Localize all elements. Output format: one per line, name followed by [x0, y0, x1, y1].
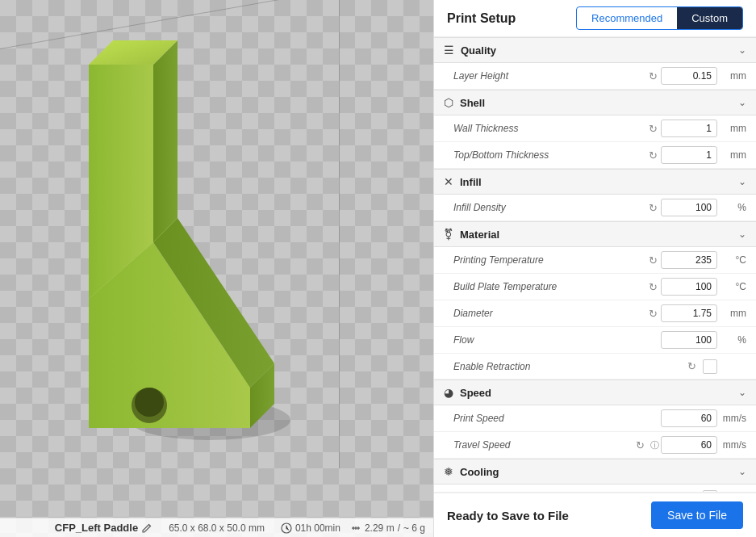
layer-height-row: Layer Height ↻ mm — [434, 63, 756, 90]
speed-label: Speed — [460, 387, 491, 399]
quality-section-header[interactable]: ☰ Quality ⌄ — [434, 37, 756, 63]
travel-speed-unit: mm/s — [720, 439, 746, 451]
material-section-header[interactable]: ⚧ Material ⌄ — [434, 221, 756, 247]
wall-thickness-unit: mm — [720, 123, 746, 134]
wall-thickness-input[interactable] — [661, 120, 717, 137]
axis-y-line — [339, 0, 340, 468]
printing-temp-label: Printing Temperature — [453, 254, 645, 266]
svg-marker-10 — [153, 40, 178, 242]
material-label: Material — [460, 229, 499, 241]
quality-icon: ☰ — [444, 44, 454, 57]
travel-speed-row: Travel Speed ↻ ⓘ mm/s — [434, 432, 756, 459]
top-bottom-thickness-unit: mm — [720, 149, 746, 161]
filament-stat: 2.29 m / ~ 6 g — [350, 522, 425, 534]
save-to-file-button[interactable]: Save to File — [651, 501, 743, 529]
print-speed-unit: mm/s — [720, 413, 746, 424]
shell-icon: ⬡ — [444, 96, 453, 109]
top-bottom-thickness-label: Top/Bottom Thickness — [453, 149, 645, 161]
diameter-label: Diameter — [453, 308, 645, 319]
travel-speed-input[interactable] — [661, 436, 717, 454]
build-plate-temp-row: Build Plate Temperature ↻ °C — [434, 274, 756, 300]
diameter-reset[interactable]: ↻ — [645, 305, 661, 321]
recommended-mode-button[interactable]: Recommended — [577, 7, 677, 29]
material-icon: ⚧ — [444, 228, 453, 241]
infill-density-label: Infill Density — [453, 202, 645, 213]
infill-density-input[interactable] — [661, 199, 717, 216]
diameter-row: Diameter ↻ mm — [434, 300, 756, 327]
infill-density-reset[interactable]: ↻ — [645, 199, 661, 216]
svg-point-5 — [135, 388, 164, 417]
layer-height-input[interactable] — [661, 67, 717, 85]
quality-label: Quality — [461, 44, 496, 57]
cooling-label: Cooling — [460, 466, 499, 478]
speed-section-header[interactable]: ◕ Speed ⌄ — [434, 380, 756, 405]
filament-icon — [350, 522, 361, 534]
diameter-input[interactable] — [661, 304, 717, 322]
top-bottom-thickness-row: Top/Bottom Thickness ↻ mm — [434, 142, 756, 169]
top-bottom-thickness-reset[interactable]: ↻ — [645, 147, 661, 163]
flow-label: Flow — [453, 334, 661, 346]
print-time-value: 01h 00min — [295, 522, 340, 534]
enable-retraction-reset[interactable]: ↻ — [683, 359, 700, 375]
edit-icon[interactable] — [141, 522, 152, 534]
material-chevron: ⌄ — [738, 229, 746, 240]
wall-thickness-reset[interactable]: ↻ — [645, 120, 661, 136]
printing-temp-reset[interactable]: ↻ — [645, 252, 661, 268]
infill-section-header[interactable]: ✕ Infill ⌄ — [434, 169, 756, 195]
travel-speed-reset[interactable]: ↻ — [632, 437, 648, 453]
viewport: CFP_Left Paddle 65.0 x 68.0 x 50.0 mm 01… — [0, 0, 433, 537]
infill-label: Infill — [460, 176, 482, 188]
build-plate-temp-label: Build Plate Temperature — [453, 281, 645, 292]
layer-height-unit: mm — [720, 70, 746, 82]
printing-temp-input[interactable] — [661, 251, 717, 269]
wall-thickness-label: Wall Thickness — [453, 123, 645, 134]
layer-height-reset[interactable]: ↻ — [645, 68, 661, 84]
right-panel: Print Setup Recommended Custom ☰ Quality… — [433, 0, 756, 537]
shell-label: Shell — [460, 97, 485, 109]
printing-temp-row: Printing Temperature ↻ °C — [434, 247, 756, 274]
print-speed-row: Print Speed mm/s — [434, 405, 756, 432]
ready-to-save-text: Ready to Save to File — [447, 509, 569, 522]
speed-icon: ◕ — [444, 386, 453, 399]
wall-thickness-row: Wall Thickness ↻ mm — [434, 115, 756, 142]
cooling-section-header[interactable]: ❅ Cooling ⌄ — [434, 459, 756, 485]
quality-chevron: ⌄ — [738, 44, 746, 56]
build-plate-temp-reset[interactable]: ↻ — [645, 279, 661, 295]
svg-marker-1 — [89, 388, 250, 428]
top-bottom-thickness-input[interactable] — [661, 146, 717, 164]
shell-section-header[interactable]: ⬡ Shell ⌄ — [434, 90, 756, 115]
flow-input[interactable] — [661, 331, 717, 349]
build-plate-temp-unit: °C — [720, 281, 746, 292]
print-time-stat: 01h 00min — [281, 522, 340, 534]
model-name-text: CFP_Left Paddle — [55, 522, 138, 534]
model-name: CFP_Left Paddle — [55, 522, 152, 534]
enable-retraction-row: Enable Retraction ↻ — [434, 354, 756, 380]
bottom-bar: Ready to Save to File Save to File — [434, 492, 756, 537]
enable-retraction-label: Enable Retraction — [453, 361, 683, 372]
speed-chevron: ⌄ — [738, 387, 746, 398]
enable-print-cooling-row: Enable Print Cooling ↻ — [434, 485, 756, 492]
panel-title: Print Setup — [447, 11, 516, 26]
panel-header: Print Setup Recommended Custom — [434, 0, 756, 37]
travel-speed-info[interactable]: ⓘ — [648, 438, 661, 451]
custom-mode-button[interactable]: Custom — [677, 7, 742, 29]
printing-temp-unit: °C — [720, 254, 746, 266]
enable-retraction-checkbox[interactable] — [703, 359, 717, 374]
cooling-icon: ❅ — [444, 465, 453, 478]
shell-chevron: ⌄ — [738, 97, 746, 108]
print-speed-input[interactable] — [661, 409, 717, 427]
build-plate-temp-input[interactable] — [661, 278, 717, 296]
filament-weight: ~ 6 g — [403, 522, 425, 534]
filament-length: 2.29 m — [365, 522, 395, 534]
model-stats: 01h 00min 2.29 m / ~ 6 g — [281, 522, 425, 534]
infill-icon: ✕ — [444, 175, 453, 188]
infill-density-row: Infill Density ↻ % — [434, 195, 756, 221]
flow-row: Flow % — [434, 327, 756, 354]
layer-height-label: Layer Height — [453, 70, 645, 82]
infill-chevron: ⌄ — [738, 176, 746, 187]
flow-unit: % — [720, 334, 746, 346]
diameter-unit: mm — [720, 308, 746, 319]
model-dimensions: 65.0 x 68.0 x 50.0 mm — [169, 522, 265, 534]
print-speed-label: Print Speed — [453, 413, 661, 424]
filament-separator: / — [398, 522, 400, 534]
